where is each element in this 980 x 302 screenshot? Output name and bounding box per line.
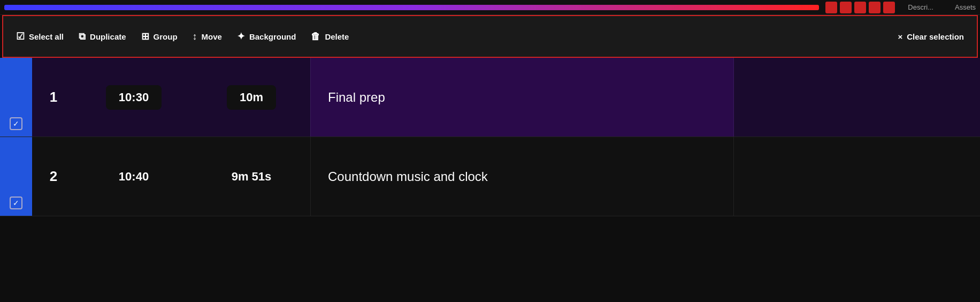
row-2-selector[interactable]: ✓ xyxy=(0,137,32,216)
background-label: Background xyxy=(249,32,296,41)
row-1-selector[interactable]: ✓ xyxy=(0,58,32,137)
select-all-icon: ☑ xyxy=(16,31,25,42)
red-square-1 xyxy=(825,2,837,13)
row-2-duration-value: 9m 51s xyxy=(232,170,272,184)
red-square-5 xyxy=(883,2,895,13)
clear-selection-button[interactable]: × Clear selection xyxy=(898,32,964,41)
table-area: ✓ 1 10:30 10m Final prep ✓ 2 10:40 xyxy=(0,58,980,216)
row-1-duration-cell: 10m xyxy=(193,58,310,137)
trash-icon: 🗑 xyxy=(311,31,320,42)
group-button[interactable]: ⊞ Group xyxy=(141,31,178,42)
gradient-bar xyxy=(4,5,819,10)
row-1-extra xyxy=(884,58,980,137)
assets-header: Assets xyxy=(955,3,976,11)
background-icon: ✦ xyxy=(237,31,245,42)
row-1-assets xyxy=(734,58,884,137)
row-1-checkbox[interactable]: ✓ xyxy=(10,117,22,130)
select-all-button[interactable]: ☑ Select all xyxy=(16,31,64,42)
red-square-3 xyxy=(854,2,866,13)
row-2-assets xyxy=(734,137,884,216)
duplicate-icon: ⧉ xyxy=(79,31,86,42)
red-squares-group xyxy=(825,2,895,13)
group-label: Group xyxy=(154,32,178,41)
row-2-duration-cell: 9m 51s xyxy=(193,137,310,216)
close-icon: × xyxy=(898,32,903,41)
table-row: ✓ 2 10:40 9m 51s Countdown music and clo… xyxy=(0,137,980,216)
delete-button[interactable]: 🗑 Delete xyxy=(311,31,349,42)
row-2-checkbox[interactable]: ✓ xyxy=(10,197,22,209)
duplicate-label: Duplicate xyxy=(90,32,126,41)
delete-label: Delete xyxy=(325,32,349,41)
table-row: ✓ 1 10:30 10m Final prep xyxy=(0,58,980,137)
selection-toolbar: ☑ Select all ⧉ Duplicate ⊞ Group ↕ Move … xyxy=(2,15,978,58)
row-2-description: Countdown music and clock xyxy=(310,137,734,216)
red-square-2 xyxy=(840,2,852,13)
duplicate-button[interactable]: ⧉ Duplicate xyxy=(79,31,126,42)
row-2-extra xyxy=(884,137,980,216)
row-1-time-badge: 10:30 xyxy=(106,85,162,110)
move-icon: ↕ xyxy=(193,31,197,42)
row-1-description: Final prep xyxy=(310,58,734,137)
row-2-time-cell: 10:40 xyxy=(75,137,193,216)
descri-header: Descri... xyxy=(908,3,933,11)
row-1-time-cell: 10:30 xyxy=(75,58,193,137)
group-icon: ⊞ xyxy=(141,31,149,42)
row-1-number: 1 xyxy=(32,58,75,137)
top-bar: Descri... Assets xyxy=(0,0,980,15)
background-button[interactable]: ✦ Background xyxy=(237,31,296,42)
select-all-label: Select all xyxy=(29,32,64,41)
red-square-4 xyxy=(869,2,881,13)
row-2-number: 2 xyxy=(32,137,75,216)
move-button[interactable]: ↕ Move xyxy=(193,31,222,42)
column-headers: Descri... Assets xyxy=(908,3,976,11)
move-label: Move xyxy=(202,32,222,41)
row-1-duration-badge: 10m xyxy=(227,85,276,110)
row-2-time-value: 10:40 xyxy=(119,170,149,184)
clear-selection-label: Clear selection xyxy=(907,32,964,41)
